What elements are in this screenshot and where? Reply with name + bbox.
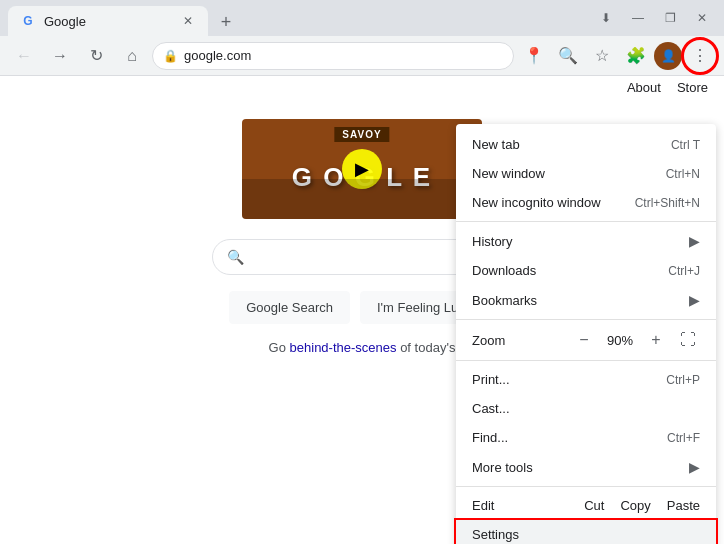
refresh-button[interactable]: ↻: [80, 40, 112, 72]
separator-2: [456, 319, 716, 320]
tab-close-button[interactable]: ✕: [180, 13, 196, 29]
menu-item-more-tools[interactable]: More tools ▶: [456, 452, 716, 482]
close-button[interactable]: ✕: [688, 4, 716, 32]
menu-item-print[interactable]: Print... Ctrl+P: [456, 365, 716, 394]
footer-go: Go: [269, 340, 286, 355]
menu-item-settings[interactable]: Settings: [456, 520, 716, 544]
toolbar-icons: 📍 🔍 ☆ 🧩 👤 ⋮: [518, 40, 716, 72]
toolbar: ← → ↻ ⌂ 🔒 google.com 📍 🔍 ☆ 🧩 👤 ⋮: [0, 36, 724, 76]
menu-item-new-tab[interactable]: New tab Ctrl T: [456, 130, 716, 159]
menu-item-cast[interactable]: Cast...: [456, 394, 716, 423]
profile-avatar[interactable]: 👤: [654, 42, 682, 70]
browser-frame: G Google ✕ + ⬇ — ❐ ✕ ← → ↻ ⌂ 🔒 google.co…: [0, 0, 724, 544]
google-doodle[interactable]: SAVOY G O G L E ▶: [242, 119, 482, 219]
zoom-search-icon[interactable]: 🔍: [552, 40, 584, 72]
zoom-label: Zoom: [472, 333, 572, 348]
page-content: About Store SAVOY G O G L E ▶ 🔍 Google S…: [0, 76, 724, 544]
extensions-icon[interactable]: 🧩: [620, 40, 652, 72]
paste-label[interactable]: Paste: [667, 498, 700, 513]
fullscreen-button[interactable]: ⛶: [676, 328, 700, 352]
lock-icon: 🔒: [163, 49, 178, 63]
zoom-value: 90%: [604, 333, 636, 348]
back-button[interactable]: ←: [8, 40, 40, 72]
url-text: google.com: [184, 48, 251, 63]
about-link[interactable]: About: [627, 80, 661, 95]
zoom-out-button[interactable]: −: [572, 328, 596, 352]
separator-4: [456, 486, 716, 487]
doodle-figures: [242, 179, 482, 219]
restore-button[interactable]: ❐: [656, 4, 684, 32]
separator-1: [456, 221, 716, 222]
menu-zoom-control: Zoom − 90% + ⛶: [456, 324, 716, 356]
footer-link[interactable]: behind-the-scenes: [290, 340, 397, 355]
search-magnifier-icon: 🔍: [227, 249, 244, 265]
google-nav: About Store: [0, 76, 724, 99]
separator-3: [456, 360, 716, 361]
doodle-banner: SAVOY: [334, 127, 389, 142]
copy-label[interactable]: Copy: [620, 498, 650, 513]
more-tools-arrow-icon: ▶: [689, 459, 700, 475]
menu-item-downloads[interactable]: Downloads Ctrl+J: [456, 256, 716, 285]
bookmark-icon[interactable]: ☆: [586, 40, 618, 72]
new-tab-button[interactable]: +: [212, 8, 240, 36]
tab-favicon: G: [20, 13, 36, 29]
history-arrow-icon: ▶: [689, 233, 700, 249]
menu-item-history[interactable]: History ▶: [456, 226, 716, 256]
store-link[interactable]: Store: [677, 80, 708, 95]
minimize-button[interactable]: —: [624, 4, 652, 32]
home-button[interactable]: ⌂: [116, 40, 148, 72]
location-icon[interactable]: 📍: [518, 40, 550, 72]
bookmarks-arrow-icon: ▶: [689, 292, 700, 308]
tab-area: G Google ✕ +: [8, 0, 592, 36]
profile-sync-icon[interactable]: ⬇: [592, 4, 620, 32]
menu-button[interactable]: ⋮: [684, 40, 716, 72]
menu-item-bookmarks[interactable]: Bookmarks ▶: [456, 285, 716, 315]
zoom-controls: − 90% + ⛶: [572, 328, 700, 352]
tab-title: Google: [44, 14, 172, 29]
zoom-in-button[interactable]: +: [644, 328, 668, 352]
menu-item-incognito[interactable]: New incognito window Ctrl+Shift+N: [456, 188, 716, 217]
dropdown-menu: New tab Ctrl T New window Ctrl+N New inc…: [456, 124, 716, 544]
window-controls: ⬇ — ❐ ✕: [592, 4, 716, 32]
footer-rest: of today's: [397, 340, 456, 355]
google-search-button[interactable]: Google Search: [229, 291, 350, 324]
menu-item-find[interactable]: Find... Ctrl+F: [456, 423, 716, 452]
cut-label[interactable]: Cut: [584, 498, 604, 513]
menu-item-edit-row: Edit Cut Copy Paste: [456, 491, 716, 520]
menu-item-new-window[interactable]: New window Ctrl+N: [456, 159, 716, 188]
active-tab[interactable]: G Google ✕: [8, 6, 208, 36]
title-bar: G Google ✕ + ⬇ — ❐ ✕: [0, 0, 724, 36]
forward-button[interactable]: →: [44, 40, 76, 72]
address-bar[interactable]: 🔒 google.com: [152, 42, 514, 70]
